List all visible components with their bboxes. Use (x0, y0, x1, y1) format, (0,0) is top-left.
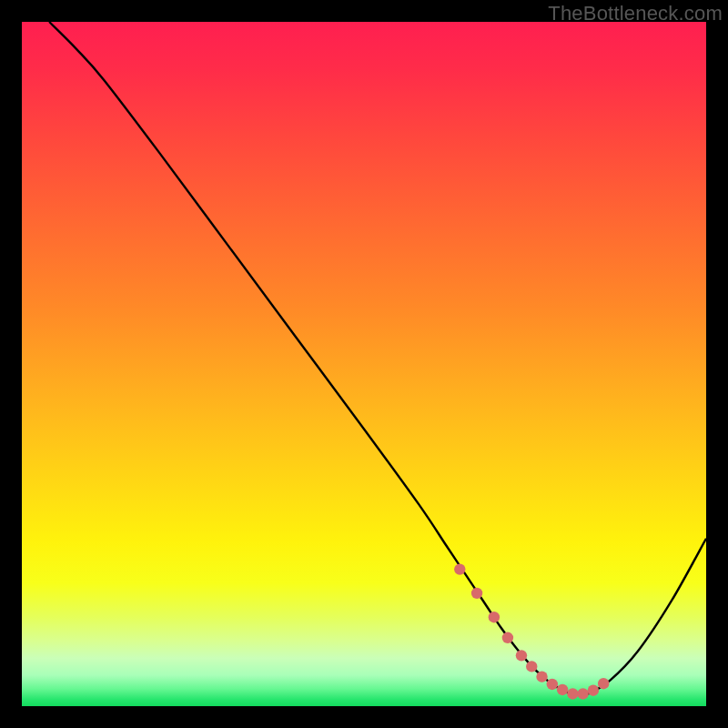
valley-marker (557, 684, 568, 695)
valley-marker (526, 661, 537, 672)
chart-container: TheBottleneck.com (0, 0, 728, 728)
valley-marker (577, 688, 588, 699)
valley-marker (588, 685, 599, 696)
valley-marker (454, 563, 465, 574)
valley-marker (516, 650, 527, 661)
valley-marker (489, 612, 500, 622)
valley-marker (502, 632, 513, 643)
valley-marker (471, 588, 482, 599)
bottleneck-chart (0, 0, 728, 728)
valley-marker (567, 688, 578, 699)
credit-label: TheBottleneck.com (548, 2, 723, 25)
valley-marker (547, 679, 558, 690)
valley-marker (598, 678, 609, 689)
gradient-field (22, 22, 706, 706)
valley-marker (536, 671, 547, 682)
